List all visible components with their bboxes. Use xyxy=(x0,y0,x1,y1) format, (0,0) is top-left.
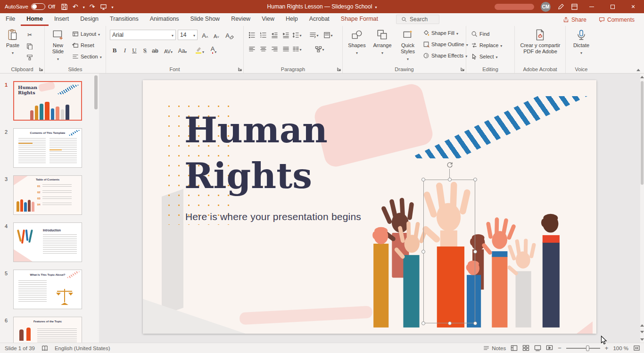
tab-shape-format[interactable]: Shape Format xyxy=(335,13,384,26)
text-direction-button[interactable] xyxy=(309,30,319,40)
resize-handle-w[interactable] xyxy=(421,250,425,254)
chevron-down-icon[interactable] xyxy=(12,50,14,55)
scroll-up-button[interactable] xyxy=(640,74,644,80)
reset-button[interactable]: Reset xyxy=(72,42,94,49)
spellcheck-book-icon[interactable] xyxy=(41,345,48,352)
shrink-font-button[interactable]: A˅ xyxy=(212,30,221,40)
grow-font-button[interactable]: A˄ xyxy=(200,30,210,40)
undo-button[interactable]: ↶ xyxy=(73,3,78,10)
copy-button[interactable] xyxy=(25,41,35,51)
align-text-button[interactable] xyxy=(323,30,333,40)
normal-view-button[interactable] xyxy=(511,345,518,352)
bold-button[interactable]: B xyxy=(110,45,119,55)
columns-button[interactable] xyxy=(292,44,302,54)
font-dialog-launcher[interactable] xyxy=(238,67,242,72)
collapse-ribbon-button[interactable] xyxy=(636,69,640,71)
comments-button[interactable]: Comments xyxy=(595,15,638,25)
tab-review[interactable]: Review xyxy=(225,13,256,26)
format-painter-button[interactable] xyxy=(25,52,35,63)
chevron-down-icon[interactable] xyxy=(57,56,59,61)
layout-button[interactable]: Layout xyxy=(72,31,100,37)
tab-slide-show[interactable]: Slide Show xyxy=(185,13,226,26)
tab-home[interactable]: Home xyxy=(21,13,49,26)
change-case-button[interactable]: Aa xyxy=(178,45,187,55)
strikethrough-button[interactable]: ab xyxy=(150,45,160,55)
slide-counter[interactable]: Slide 1 of 39 xyxy=(5,345,35,351)
align-center-button[interactable] xyxy=(258,44,268,54)
vertical-scrollbar[interactable] xyxy=(640,74,644,343)
align-right-button[interactable] xyxy=(269,44,280,54)
font-size-select[interactable]: 14 xyxy=(178,30,198,40)
resize-handle-se[interactable] xyxy=(473,321,477,325)
resize-handle-e[interactable] xyxy=(473,250,477,254)
paragraph-dialog-launcher[interactable] xyxy=(337,67,341,72)
close-button[interactable]: × xyxy=(626,0,640,13)
acrobat-pdf-button[interactable]: Crear y compartir PDF de Adobe xyxy=(517,29,564,55)
zoom-slider[interactable] xyxy=(566,345,600,352)
slide-thumbnail-6[interactable]: Features of the Topic xyxy=(13,317,82,343)
decrease-indent-button[interactable] xyxy=(269,30,280,40)
fit-slide-to-window-button[interactable] xyxy=(633,345,640,352)
underline-button[interactable]: U xyxy=(130,45,139,55)
line-spacing-button[interactable] xyxy=(292,30,302,40)
slide-thumbnail-4[interactable]: Introduction xyxy=(13,222,82,262)
tab-animations[interactable]: Animations xyxy=(144,13,185,26)
tab-transitions[interactable]: Transitions xyxy=(104,13,144,26)
document-title[interactable]: Human Rights Lesson — Slidesgo School xyxy=(267,3,372,10)
zoom-slider-thumb[interactable] xyxy=(586,345,589,351)
clipboard-dialog-launcher[interactable] xyxy=(39,67,43,72)
font-name-select[interactable]: Arial xyxy=(110,30,176,40)
replace-button[interactable]: Replace xyxy=(471,42,502,49)
section-button[interactable]: Section xyxy=(72,53,102,60)
tab-acrobat[interactable]: Acrobat xyxy=(304,13,335,26)
slide-title-textbox[interactable]: Human Rights xyxy=(184,107,328,199)
paste-button[interactable]: Paste xyxy=(3,29,23,55)
redo-button[interactable]: ↷ xyxy=(90,3,95,10)
slideshow-view-button[interactable] xyxy=(546,345,553,352)
customize-qat-chevron-icon[interactable] xyxy=(112,4,114,9)
numbering-button[interactable] xyxy=(258,30,268,40)
slide-thumbnail-1[interactable]: Human Rights xyxy=(13,81,82,121)
scrollbar-thumb[interactable] xyxy=(641,81,644,185)
increase-indent-button[interactable] xyxy=(281,30,291,40)
slide-thumbnail-2[interactable]: Contents of This Template xyxy=(13,128,82,168)
avatar[interactable]: CM xyxy=(541,2,551,12)
resize-handle-nw[interactable] xyxy=(421,178,425,181)
selected-object-bounding-box[interactable] xyxy=(423,180,475,323)
slide-canvas[interactable]: Human Rights Here is where your presenta… xyxy=(99,74,640,343)
reading-view-button[interactable] xyxy=(534,345,541,352)
slide-subtitle-textbox[interactable]: Here is where your presentation begins xyxy=(185,211,361,222)
autosave-toggle[interactable]: AutoSave Off xyxy=(5,3,55,10)
present-button[interactable] xyxy=(100,3,107,10)
tab-help[interactable]: Help xyxy=(280,13,304,26)
slide-thumbnail-3[interactable]: Table of Contents 01 02 03 04 xyxy=(13,175,82,215)
slide-sorter-view-button[interactable] xyxy=(522,345,529,352)
previous-slide-button[interactable] xyxy=(640,322,644,328)
next-slide-button[interactable] xyxy=(640,328,644,335)
italic-button[interactable]: I xyxy=(120,45,130,55)
dictate-button[interactable]: Dictate xyxy=(570,29,593,55)
text-shadow-button[interactable]: S xyxy=(140,45,149,55)
shapes-button[interactable]: Shapes xyxy=(346,29,368,55)
new-slide-button[interactable]: New Slide xyxy=(47,29,69,61)
zoom-out-button[interactable]: − xyxy=(558,345,561,352)
maximize-button[interactable] xyxy=(605,0,619,13)
tab-design[interactable]: Design xyxy=(74,13,104,26)
shape-outline-button[interactable]: Shape Outline xyxy=(423,41,468,48)
zoom-in-button[interactable]: + xyxy=(605,345,609,352)
save-button[interactable] xyxy=(61,3,68,10)
find-button[interactable]: Find xyxy=(471,31,489,37)
resize-handle-s[interactable] xyxy=(448,321,452,325)
tab-view[interactable]: View xyxy=(256,13,280,26)
justify-button[interactable] xyxy=(281,44,291,54)
resize-handle-sw[interactable] xyxy=(421,321,425,325)
clear-formatting-button[interactable]: A xyxy=(225,30,234,40)
editing-mode-button[interactable] xyxy=(557,3,564,10)
minimize-button[interactable] xyxy=(585,0,599,13)
align-left-button[interactable] xyxy=(247,44,257,54)
shape-effects-button[interactable]: Shape Effects xyxy=(423,52,467,59)
rotate-handle[interactable] xyxy=(446,161,454,169)
resize-handle-n[interactable] xyxy=(448,178,452,181)
panel-scrollbar-thumb[interactable] xyxy=(94,75,98,109)
search-input[interactable]: Search xyxy=(396,15,439,24)
